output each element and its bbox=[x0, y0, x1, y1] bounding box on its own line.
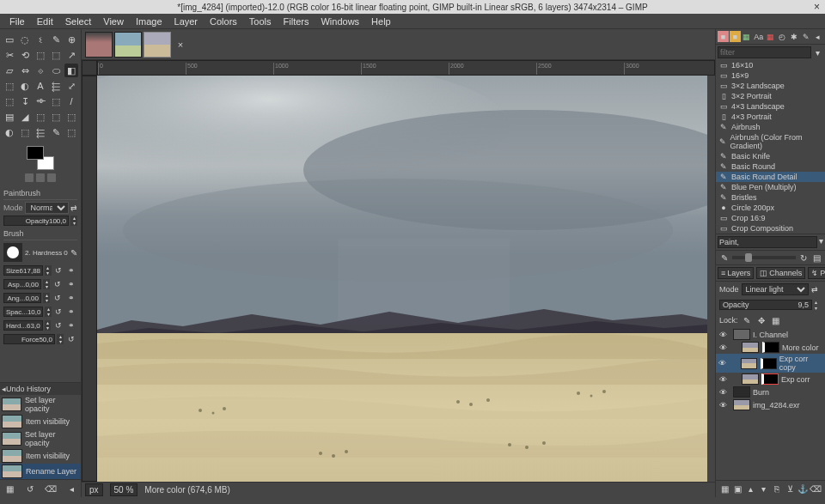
footer-delete-icon[interactable]: ⌫ bbox=[45, 483, 57, 495]
layer-visibility-icon[interactable]: 👁 bbox=[718, 387, 728, 398]
mode-swap-icon[interactable]: ⇄ bbox=[70, 203, 77, 212]
aspect-slider[interactable]: Asp...0,00 bbox=[3, 279, 41, 289]
brush-preset-item[interactable]: ✎Basic Knife bbox=[716, 151, 825, 161]
tool-button[interactable]: ⬚ bbox=[49, 48, 63, 62]
canvas-area[interactable] bbox=[97, 76, 715, 482]
raise-layer-icon[interactable]: ▴ bbox=[745, 483, 756, 495]
tool-button[interactable]: ✂ bbox=[3, 48, 16, 62]
tool-button[interactable]: ⬚ bbox=[49, 110, 63, 124]
image-tab-active[interactable] bbox=[144, 32, 171, 58]
lower-layer-icon[interactable]: ▾ bbox=[758, 483, 769, 495]
undo-item[interactable]: Item visibility bbox=[0, 448, 81, 464]
reset-icon[interactable]: ↺ bbox=[53, 264, 64, 276]
tab-config-icon[interactable]: ◂ bbox=[812, 31, 823, 42]
spin-up[interactable]: ▴ bbox=[815, 299, 822, 305]
tab-icon[interactable]: ▦ bbox=[765, 31, 776, 42]
layer-thumb[interactable] bbox=[742, 373, 759, 385]
menu-icon[interactable]: ▤ bbox=[811, 252, 822, 263]
refresh-icon[interactable]: ↻ bbox=[798, 252, 809, 263]
angle-slider[interactable]: Ang...0,00 bbox=[3, 293, 41, 303]
menu-image[interactable]: Image bbox=[130, 15, 168, 28]
tool-button[interactable]: ⬚ bbox=[34, 110, 47, 124]
brush-preview-thumb[interactable] bbox=[3, 243, 22, 262]
tool-button[interactable]: ◢ bbox=[18, 110, 32, 124]
spacing-slider[interactable]: Spac...10,0 bbox=[3, 307, 43, 317]
brush-edit-icon[interactable]: ✎ bbox=[70, 248, 77, 258]
brush-selector-input[interactable] bbox=[718, 236, 817, 248]
tab-close-icon[interactable]: × bbox=[174, 39, 186, 51]
layer-thumb[interactable] bbox=[733, 399, 750, 410]
tool-button[interactable]: ⬱ bbox=[34, 125, 47, 139]
tool-button[interactable]: ⬚ bbox=[49, 94, 63, 108]
brush-selector-dropdown-icon[interactable]: ▾ bbox=[819, 236, 823, 248]
delete-layer-icon[interactable]: ⌫ bbox=[810, 483, 822, 495]
brush-preset-item[interactable]: ●Circle 200px bbox=[716, 203, 825, 213]
tab-paths[interactable]: ↯Paths bbox=[808, 267, 825, 279]
footer-save-icon[interactable]: ▦ bbox=[3, 483, 15, 495]
footer-reset-icon[interactable]: ↺ bbox=[24, 483, 36, 495]
unit-selector[interactable]: px bbox=[85, 483, 103, 496]
tool-button[interactable]: ↗ bbox=[64, 48, 78, 62]
tool-button[interactable]: ଽ bbox=[34, 33, 47, 46]
swatch-icon[interactable] bbox=[25, 173, 34, 182]
layer-row[interactable]: 👁Exp corr bbox=[716, 373, 825, 386]
layer-thumb[interactable] bbox=[741, 358, 757, 369]
horizontal-ruler[interactable]: 050010001500200025003000 bbox=[97, 60, 715, 76]
undo-item[interactable]: Rename Layer bbox=[0, 464, 81, 479]
menu-file[interactable]: File bbox=[3, 15, 31, 28]
menu-filters[interactable]: Filters bbox=[278, 15, 315, 28]
merge-down-icon[interactable]: ⊻ bbox=[785, 483, 796, 495]
anchor-layer-icon[interactable]: ⚓ bbox=[798, 483, 809, 495]
brush-preset-item[interactable]: ▯4×3 Portrait bbox=[716, 112, 825, 122]
spin-down[interactable]: ▾ bbox=[815, 305, 822, 311]
foreground-color-swatch[interactable] bbox=[27, 146, 44, 160]
tab-icon[interactable]: ✎ bbox=[800, 31, 811, 42]
swatch-icon[interactable] bbox=[47, 173, 56, 182]
menu-colors[interactable]: Colors bbox=[204, 15, 243, 28]
layer-row[interactable]: 👁More color bbox=[716, 341, 825, 354]
menu-tools[interactable]: Tools bbox=[243, 15, 278, 28]
canvas-image[interactable] bbox=[97, 76, 707, 482]
tool-button[interactable]: ⊕ bbox=[64, 33, 78, 46]
image-tab[interactable] bbox=[85, 32, 113, 58]
tool-button[interactable]: ⬚ bbox=[64, 125, 78, 139]
new-group-icon[interactable]: ▣ bbox=[732, 483, 743, 495]
tool-button[interactable]: ✎ bbox=[49, 33, 63, 46]
tab-icon[interactable]: ■ bbox=[730, 31, 741, 42]
layer-mask-thumb[interactable] bbox=[762, 342, 779, 353]
lock-pixels-icon[interactable]: ✎ bbox=[741, 314, 753, 326]
lock-position-icon[interactable]: ✥ bbox=[755, 314, 767, 326]
brush-preset-item[interactable]: ✎Bristles bbox=[716, 192, 825, 203]
image-tab[interactable] bbox=[114, 32, 142, 58]
tool-button[interactable]: ⟐ bbox=[34, 64, 47, 77]
footer-menu-icon[interactable]: ◂ bbox=[65, 483, 77, 495]
brush-preset-item[interactable]: ✎Blue Pen (Multiply) bbox=[716, 182, 825, 192]
layer-row[interactable]: 👁I. Channel bbox=[716, 328, 825, 341]
vertical-ruler[interactable] bbox=[82, 76, 97, 482]
tab-icon[interactable]: ■ bbox=[718, 31, 729, 42]
menu-help[interactable]: Help bbox=[365, 15, 397, 28]
layer-mask-thumb[interactable] bbox=[761, 358, 777, 369]
tool-button[interactable]: ◌ bbox=[18, 33, 32, 46]
spin-down[interactable]: ▾ bbox=[70, 221, 77, 226]
tool-button[interactable]: ⬱ bbox=[49, 79, 63, 93]
tool-button[interactable]: ⇔ bbox=[18, 64, 32, 77]
hardness-slider[interactable]: Hard...63,0 bbox=[3, 320, 43, 331]
tab-icon[interactable]: ◴ bbox=[777, 31, 788, 42]
layer-thumb[interactable] bbox=[742, 342, 759, 353]
lock-alpha-icon[interactable]: ▦ bbox=[770, 314, 782, 326]
tab-channels[interactable]: ◫Channels bbox=[756, 267, 805, 279]
undo-item[interactable]: Set layer opacity bbox=[0, 429, 81, 448]
menu-windows[interactable]: Windows bbox=[315, 15, 365, 28]
layer-visibility-icon[interactable]: 👁 bbox=[718, 374, 728, 385]
layer-visibility-icon[interactable]: 👁 bbox=[718, 330, 728, 340]
tool-button[interactable]: ⬲ bbox=[34, 94, 47, 108]
brush-preset-item[interactable]: ▯3×2 Portrait bbox=[716, 91, 825, 101]
tool-button[interactable]: ⟲ bbox=[18, 48, 32, 62]
layer-row[interactable]: 👁img_4284.exr bbox=[716, 398, 825, 411]
tab-icon[interactable]: ▦ bbox=[742, 31, 753, 42]
layer-row[interactable]: 👁Exp corr copy bbox=[716, 354, 825, 373]
opacity-slider[interactable]: Opacity 100,0 bbox=[3, 216, 69, 226]
layer-row[interactable]: 👁Burn bbox=[716, 386, 825, 398]
tool-button[interactable]: ↧ bbox=[18, 94, 32, 108]
